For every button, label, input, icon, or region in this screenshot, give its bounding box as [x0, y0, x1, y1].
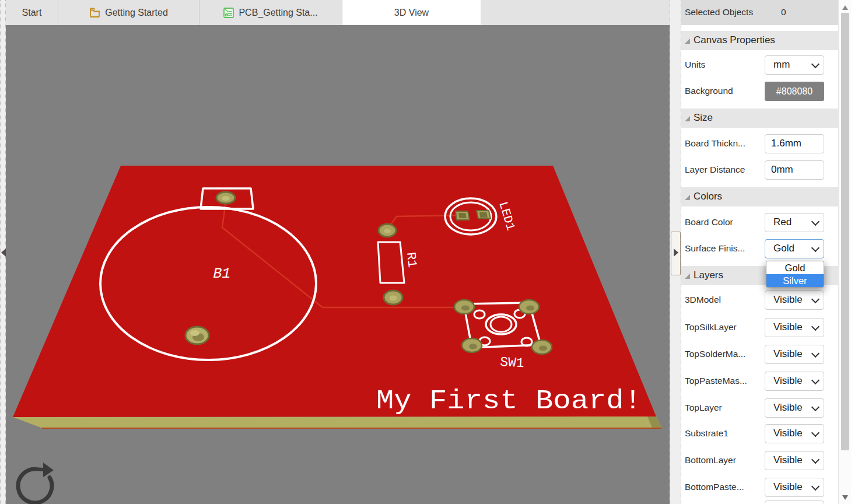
- document-tab-bar: Start Getting Started PCB_Getting Sta.: [6, 0, 670, 25]
- layer-visibility-select-3dmodel[interactable]: Visible: [765, 290, 824, 310]
- section-title: Layers: [694, 270, 723, 281]
- dropdown-option-silver[interactable]: Silver: [766, 274, 824, 287]
- units-label: Units: [685, 60, 705, 70]
- layer-visibility-select-toplayer[interactable]: Visible: [765, 398, 824, 418]
- splitter-handle[interactable]: [671, 232, 681, 275]
- section-size[interactable]: Size: [681, 108, 838, 128]
- surface-finish-dropdown: Gold Silver: [766, 261, 824, 288]
- chevron-down-icon: [811, 244, 820, 252]
- board-color-select[interactable]: Red: [765, 213, 824, 232]
- chevron-down-icon: [811, 323, 820, 331]
- layer-name: TopSilkLayer: [685, 322, 737, 332]
- layer-visibility-select-partial[interactable]: [765, 501, 824, 504]
- easyeda-window: Start Getting Started PCB_Getting Sta.: [0, 0, 851, 504]
- chevron-down-icon: [811, 482, 820, 491]
- resistor-label: R1: [403, 251, 419, 268]
- layer-name: TopSolderMa...: [685, 349, 745, 359]
- selected-objects-row: Selected Objects 0: [681, 0, 838, 25]
- layer-visibility-select-substrate1[interactable]: Visible: [765, 424, 824, 443]
- chevron-down-icon: [811, 456, 820, 464]
- layer-name: 3DModel: [685, 295, 721, 305]
- layer-name: TopLayer: [685, 402, 722, 413]
- layer-name: BottomLayer: [685, 455, 736, 466]
- background-hex-value: #808080: [776, 86, 813, 97]
- tab-3d-view[interactable]: 3D View: [342, 0, 481, 25]
- layer-name: TopPasteMas...: [685, 376, 747, 386]
- board-substrate-edge: [13, 416, 661, 428]
- board-thickness-input[interactable]: 1.6mm: [765, 134, 824, 153]
- tab-start[interactable]: Start: [6, 0, 58, 25]
- scrollbar-thumb[interactable]: [841, 13, 849, 450]
- layer-name: BottomPaste...: [685, 482, 744, 492]
- tab-label: Getting Started: [105, 8, 168, 18]
- switch-label: SW1: [500, 355, 525, 371]
- collapse-triangle-icon: [685, 116, 690, 121]
- surface-finish-label: Surface Finis...: [685, 243, 745, 254]
- properties-panel: Selected Objects 0 Canvas Properties Uni…: [681, 0, 838, 504]
- pcb-board-face: [13, 166, 656, 417]
- collapse-triangle-icon: [685, 274, 690, 279]
- collapse-left-arrow-icon[interactable]: [1, 249, 6, 257]
- selected-objects-label: Selected Objects: [685, 7, 753, 18]
- layer-visibility-select-topsilk[interactable]: Visible: [765, 318, 824, 337]
- section-title: Canvas Properties: [694, 34, 775, 46]
- chevron-down-icon: [811, 295, 820, 303]
- layer-visibility-select-bottompastemask[interactable]: Visible: [765, 478, 824, 497]
- collapse-triangle-icon: [685, 38, 690, 44]
- board-color-label: Board Color: [685, 217, 733, 228]
- board-thickness-label: Board Thickn...: [685, 138, 745, 149]
- board-title-text: My First Board!: [376, 386, 642, 416]
- layer-visibility-select-toppastemask[interactable]: Visible: [765, 372, 824, 391]
- chevron-down-icon: [811, 403, 820, 411]
- background-color-swatch[interactable]: #808080: [765, 82, 824, 101]
- tab-label: PCB_Getting Sta...: [239, 8, 317, 18]
- chevron-down-icon: [811, 60, 820, 68]
- panel-scrollbar[interactable]: [838, 0, 851, 504]
- surface-finish-select[interactable]: Gold: [765, 239, 824, 258]
- chevron-down-icon: [811, 376, 820, 384]
- section-title: Size: [694, 112, 713, 124]
- folder-icon: [89, 8, 100, 18]
- layer-visibility-select-bottomlayer[interactable]: Visible: [765, 451, 824, 470]
- layer-distance-label: Layer Distance: [685, 164, 745, 175]
- tab-getting-started[interactable]: Getting Started: [58, 0, 199, 25]
- layer-visibility-select-topsoldermask[interactable]: Visible: [765, 345, 824, 364]
- scroll-down-arrow-icon[interactable]: [842, 495, 848, 500]
- section-canvas-properties[interactable]: Canvas Properties: [681, 31, 838, 50]
- battery-label: B1: [211, 265, 232, 282]
- left-panel-collapse-strip[interactable]: [0, 0, 6, 504]
- chevron-down-icon: [811, 218, 820, 226]
- section-colors[interactable]: Colors: [681, 187, 838, 206]
- panel-splitter[interactable]: [670, 0, 681, 504]
- rotate-view-icon[interactable]: [18, 463, 54, 503]
- collapse-triangle-icon: [685, 195, 690, 200]
- units-select[interactable]: mm: [765, 55, 824, 75]
- scroll-up-arrow-icon[interactable]: [842, 5, 848, 10]
- chevron-down-icon: [811, 429, 820, 437]
- section-title: Colors: [694, 191, 722, 202]
- expand-right-arrow-icon[interactable]: [674, 249, 678, 257]
- selected-objects-count: 0: [781, 7, 786, 18]
- tab-label: Start: [22, 8, 42, 18]
- background-label: Background: [685, 86, 733, 96]
- tab-label: 3D View: [394, 8, 429, 18]
- 3d-scene: B1 R1 LED1 SW1 My First Board!: [6, 25, 670, 504]
- chevron-down-icon: [811, 349, 820, 358]
- pcb-icon: [223, 8, 234, 18]
- layer-distance-input[interactable]: 0mm: [765, 160, 824, 180]
- 3d-viewport[interactable]: B1 R1 LED1 SW1 My First Board!: [6, 25, 670, 504]
- tab-pcb-getting-started[interactable]: PCB_Getting Sta...: [199, 0, 342, 25]
- dropdown-option-gold[interactable]: Gold: [766, 261, 824, 274]
- layer-name: Substrate1: [685, 428, 729, 439]
